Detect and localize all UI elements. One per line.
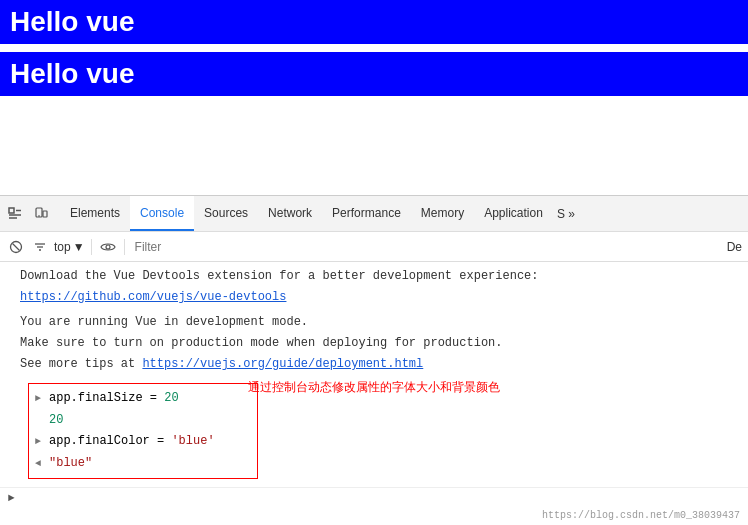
tab-performance[interactable]: Performance (322, 196, 411, 231)
svg-point-12 (106, 245, 110, 249)
console-line-tips: See more tips at https://vuejs.org/guide… (0, 354, 748, 375)
svg-rect-5 (43, 211, 47, 217)
console-line-link1: https://github.com/vuejs/vue-devtools (0, 287, 748, 308)
clear-console-button[interactable] (6, 237, 26, 257)
annotation-text: 通过控制台动态修改属性的字体大小和背景颜色 (248, 379, 500, 396)
console-line-prod: Make sure to turn on production mode whe… (0, 333, 748, 354)
code-line-1: ► app.finalSize = 20 (35, 388, 251, 410)
svg-line-8 (13, 243, 20, 250)
prompt-chevron: ► (8, 492, 15, 504)
console-line: Download the Vue Devtools extension for … (0, 266, 748, 287)
hide-network-button[interactable] (98, 237, 118, 257)
console-line-mode: You are running Vue in development mode. (0, 312, 748, 333)
code-line-4: ◄ "blue" (35, 453, 251, 475)
tab-icons (4, 203, 52, 225)
chevron-left-icon: ◄ (35, 455, 45, 473)
devtools-tabs: Elements Console Sources Network Perform… (0, 196, 748, 232)
filter-input[interactable] (131, 240, 723, 254)
console-output: Download the Vue Devtools extension for … (0, 262, 748, 525)
svg-rect-0 (9, 208, 14, 213)
hello-bar-2: Hello vue (0, 52, 748, 96)
device-icon[interactable] (30, 203, 52, 225)
devtools-link[interactable]: https://github.com/vuejs/vue-devtools (20, 290, 286, 304)
tab-elements[interactable]: Elements (60, 196, 130, 231)
console-text: Download the Vue Devtools extension for … (20, 267, 740, 285)
chevron-right-icon: ► (35, 390, 45, 408)
code-text-1: app.finalSize = 20 (49, 388, 179, 410)
devtools-panel: Elements Console Sources Network Perform… (0, 195, 748, 525)
code-line-2: 20 (35, 410, 251, 432)
chevron-down-icon: ▼ (73, 240, 85, 254)
browser-content: Hello vue Hello vue (0, 0, 748, 195)
tab-more[interactable]: S » (553, 201, 579, 227)
code-block-row: ► app.finalSize = 20 20 ► app.finalColor… (8, 379, 740, 483)
hello-bar-1: Hello vue (0, 0, 748, 44)
inspect-icon[interactable] (4, 203, 26, 225)
code-red-box: ► app.finalSize = 20 20 ► app.finalColor… (28, 383, 258, 479)
console-toolbar: top ▼ De (0, 232, 748, 262)
context-selector[interactable]: top ▼ (54, 240, 85, 254)
chevron-right-icon-2: ► (35, 433, 45, 451)
watermark: https://blog.csdn.net/m0_38039437 (542, 510, 740, 521)
tab-network[interactable]: Network (258, 196, 322, 231)
code-output-1: 20 (49, 410, 63, 432)
deployment-link[interactable]: https://vuejs.org/guide/deployment.html (142, 357, 423, 371)
default-level-label: De (727, 240, 742, 254)
code-text-2: app.finalColor = 'blue' (49, 431, 215, 453)
console-bottom-row: ► (0, 487, 748, 507)
filter-button[interactable] (30, 237, 50, 257)
toolbar-divider-2 (124, 239, 125, 255)
tab-memory[interactable]: Memory (411, 196, 474, 231)
code-output-2: "blue" (49, 453, 92, 475)
tab-application[interactable]: Application (474, 196, 553, 231)
toolbar-divider (91, 239, 92, 255)
code-line-3: ► app.finalColor = 'blue' (35, 431, 251, 453)
tab-console[interactable]: Console (130, 196, 194, 231)
tab-sources[interactable]: Sources (194, 196, 258, 231)
